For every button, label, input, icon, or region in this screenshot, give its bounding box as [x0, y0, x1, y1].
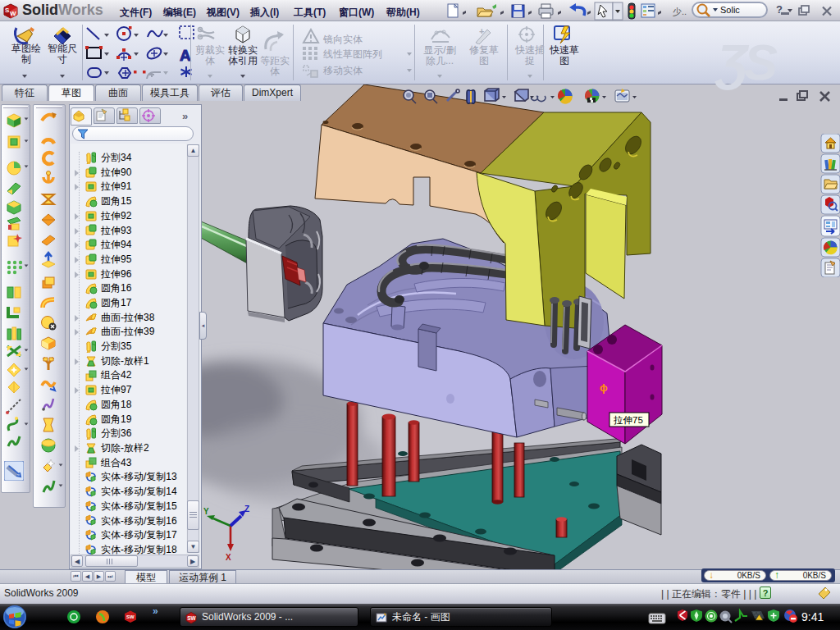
- svg-text:Y: Y: [203, 507, 209, 516]
- svg-text:少..: 少..: [673, 7, 687, 16]
- svg-text:+: +: [479, 26, 484, 36]
- svg-text:拉伸75: 拉伸75: [613, 415, 643, 425]
- svg-text:ϕ: ϕ: [600, 381, 608, 394]
- svg-text:SW: SW: [126, 614, 135, 619]
- svg-text:SW: SW: [187, 615, 196, 621]
- svg-text:Z: Z: [244, 504, 249, 514]
- svg-text:W: W: [10, 10, 16, 17]
- svg-text:Solic: Solic: [720, 5, 740, 15]
- svg-text:A: A: [180, 47, 191, 64]
- svg-text:X: X: [226, 553, 231, 562]
